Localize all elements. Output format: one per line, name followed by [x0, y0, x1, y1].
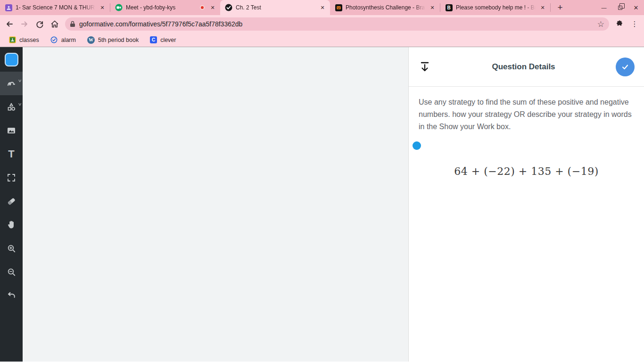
bookmark-classes[interactable]: classes: [5, 35, 43, 45]
bookmark-5th-period-book[interactable]: W 5th period book: [83, 35, 142, 45]
formative-check-icon: [225, 4, 232, 11]
zoom-in-icon: [6, 243, 17, 254]
shapes-tool-button[interactable]: v: [0, 95, 23, 119]
question-details-panel: Question Details Use any strategy to fin…: [408, 47, 644, 362]
bookmark-clever[interactable]: C clever: [146, 35, 180, 45]
panel-title: Question Details: [431, 62, 616, 72]
question-text: Use any strategy to find the sum of thes…: [409, 87, 644, 133]
confirm-check-button[interactable]: [616, 58, 635, 76]
tab-title: Please somebody help me ! - Br: [456, 4, 536, 11]
chevron-down-icon: v: [18, 102, 21, 107]
panel-header: Question Details: [409, 47, 644, 87]
browser-tab-strip: 1- Sar Science 7 MON & THURS ✕ Meet - yb…: [0, 0, 644, 15]
bookmark-star-icon[interactable]: ☆: [597, 19, 604, 29]
text-tool-button[interactable]: T: [0, 142, 23, 166]
pen-scribble-icon: [6, 78, 17, 89]
url-bar[interactable]: goformative.com/formatives/5f77976f5c7aa…: [65, 17, 609, 31]
browser-toolbar: goformative.com/formatives/5f77976f5c7aa…: [0, 15, 644, 33]
brainly-icon: B: [445, 4, 453, 11]
google-meet-icon: [115, 4, 123, 11]
check-icon: [621, 63, 629, 71]
zoom-in-tool-button[interactable]: [0, 237, 23, 260]
shapes-icon: [6, 101, 17, 113]
close-icon[interactable]: ✕: [99, 4, 106, 11]
drawing-canvas[interactable]: [23, 47, 408, 362]
restore-icon: [618, 6, 622, 10]
undo-tool-button[interactable]: [0, 284, 23, 307]
new-tab-button[interactable]: +: [553, 1, 567, 14]
close-icon[interactable]: ✕: [319, 4, 326, 11]
tab-sar-science[interactable]: 1- Sar Science 7 MON & THURS ✕: [0, 0, 110, 15]
bookmark-label: 5th period book: [98, 37, 139, 43]
arrow-down-from-bar-icon: [420, 61, 430, 73]
image-tool-button[interactable]: [0, 119, 23, 142]
hand-icon: [6, 219, 17, 230]
bookmark-alarm[interactable]: alarm: [47, 35, 80, 45]
close-icon[interactable]: ✕: [429, 4, 436, 11]
blue-paint-dot: [413, 141, 421, 150]
pen-tool-button[interactable]: v: [0, 72, 23, 95]
close-icon[interactable]: ✕: [539, 4, 546, 11]
eraser-tool-button[interactable]: [0, 189, 23, 213]
lock-icon: [70, 21, 75, 27]
tab-title: 1- Sar Science 7 MON & THURS: [16, 4, 95, 11]
back-button[interactable]: [3, 17, 16, 31]
page-content: v v T: [0, 47, 644, 362]
pan-tool-button[interactable]: [0, 213, 23, 237]
window-controls: — ✕: [596, 1, 644, 14]
minimize-button[interactable]: —: [596, 1, 612, 14]
clever-icon: C: [150, 36, 157, 43]
recording-indicator-icon: [200, 5, 205, 10]
tab-divider: [550, 3, 551, 12]
math-expression: 64 + (−22) + 135 + (−19): [409, 165, 644, 177]
tab-title: Ch. 2 Test: [236, 4, 315, 11]
bookmark-label: clever: [160, 37, 176, 43]
tab-brainly[interactable]: B Please somebody help me ! - Br ✕: [440, 0, 550, 15]
wordpress-icon: W: [87, 36, 95, 44]
refresh-button[interactable]: [33, 17, 46, 31]
chevron-down-icon: v: [18, 78, 21, 83]
image-icon: [6, 125, 17, 136]
drawing-tools-sidebar: v v T: [0, 47, 23, 362]
close-window-button[interactable]: ✕: [628, 1, 644, 14]
google-classroom-icon: [8, 36, 16, 44]
undo-icon: [6, 290, 17, 301]
home-button[interactable]: [48, 17, 61, 31]
zoom-out-icon: [6, 267, 17, 278]
forward-button[interactable]: [18, 17, 31, 31]
tab-photosynthesis[interactable]: Photosynthesis Challenge - Bra ✕: [330, 0, 440, 15]
extensions-puzzle-icon[interactable]: [613, 17, 626, 31]
collapse-panel-button[interactable]: [418, 60, 431, 74]
url-text[interactable]: goformative.com/formatives/5f77976f5c7aa…: [79, 20, 594, 28]
tab-ch2-test-active[interactable]: Ch. 2 Test ✕: [220, 0, 330, 15]
tab-title: Meet - ybd-foby-kys: [126, 4, 197, 11]
bookmarks-bar: classes alarm W 5th period book C clever: [0, 33, 644, 47]
tab-meet[interactable]: Meet - ybd-foby-kys ✕: [110, 0, 220, 15]
color-swatch-blue: [5, 53, 18, 66]
close-icon[interactable]: ✕: [209, 4, 216, 11]
restore-button[interactable]: [612, 1, 628, 14]
text-tool-icon: T: [8, 148, 14, 160]
fullscreen-tool-button[interactable]: [0, 166, 23, 189]
zoom-out-tool-button[interactable]: [0, 260, 23, 284]
bookmark-label: classes: [19, 37, 39, 43]
classroom-person-icon: [5, 4, 12, 11]
check-circle-icon: [50, 36, 58, 44]
browser-menu-kebab-icon[interactable]: ⋮: [628, 17, 641, 31]
tab-title: Photosynthesis Challenge - Bra: [346, 4, 425, 11]
color-swatch-button[interactable]: [0, 47, 23, 72]
bookmark-label: alarm: [61, 37, 76, 43]
brainpop-icon: [335, 4, 342, 11]
eraser-icon: [3, 193, 19, 209]
fullscreen-icon: [6, 173, 17, 183]
